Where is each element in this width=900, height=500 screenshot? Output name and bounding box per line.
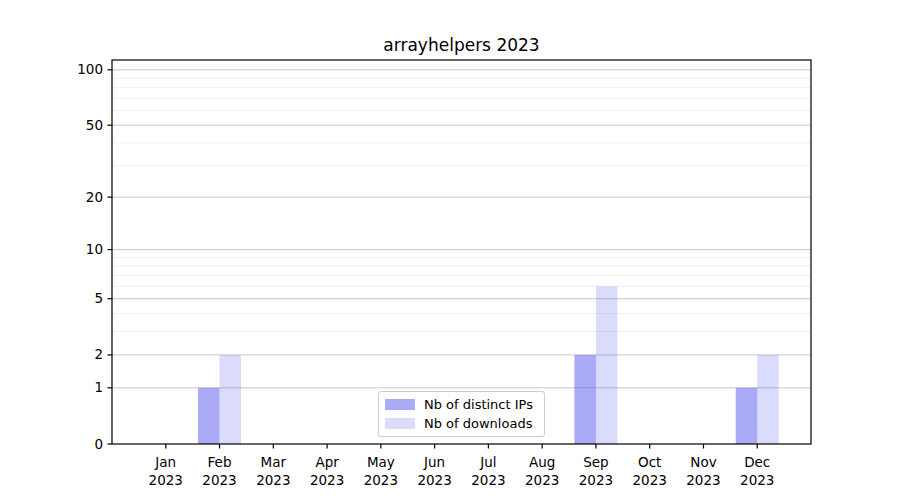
x-axis-tick-label-month: Oct	[638, 454, 661, 470]
x-axis-tick-label-month: Apr	[315, 454, 339, 470]
x-axis-tick-label-year: 2023	[686, 472, 720, 488]
y-axis-tick-label: 100	[77, 61, 103, 77]
y-axis-tick-label: 10	[86, 241, 103, 257]
bar-distinct-ips-dec-2023	[736, 388, 758, 444]
x-axis-tick-label-year: 2023	[417, 472, 451, 488]
bar-distinct-ips-sep-2023	[574, 355, 596, 444]
x-axis-tick-label-month: Dec	[744, 454, 770, 470]
x-axis-tick-label-year: 2023	[149, 472, 183, 488]
x-axis-tick-label-year: 2023	[633, 472, 667, 488]
x-axis-tick-label-year: 2023	[471, 472, 505, 488]
x-axis-tick-label-month: Jan	[154, 454, 176, 470]
chart-figure: 0125102050100Jan2023Feb2023Mar2023Apr202…	[0, 0, 900, 500]
x-axis-tick-label-month: May	[367, 454, 395, 470]
bar-downloads-dec-2023	[757, 355, 779, 444]
y-axis-tick-label: 0	[94, 436, 103, 452]
x-axis-tick-label-month: Feb	[208, 454, 232, 470]
x-axis-tick-label-month: Aug	[529, 454, 555, 470]
bar-downloads-feb-2023	[220, 355, 242, 444]
legend-item-downloads: Nb of downloads	[385, 416, 536, 433]
legend-swatch-distinct-ips	[385, 399, 415, 410]
legend-label-distinct-ips: Nb of distinct IPs	[424, 397, 533, 412]
x-axis-tick-label-year: 2023	[525, 472, 559, 488]
bar-downloads-sep-2023	[596, 286, 618, 444]
y-axis-tick-label: 1	[94, 379, 103, 395]
x-axis-tick-label-month: Jul	[479, 454, 496, 470]
x-axis-tick-label-year: 2023	[256, 472, 290, 488]
plot-border	[112, 60, 811, 444]
legend-label-downloads: Nb of downloads	[424, 416, 532, 431]
x-axis-tick-label-year: 2023	[310, 472, 344, 488]
legend-swatch-downloads	[385, 418, 415, 429]
x-axis-tick-label-year: 2023	[740, 472, 774, 488]
x-axis-tick-label-month: Mar	[261, 454, 287, 470]
x-axis-tick-label-year: 2023	[364, 472, 398, 488]
y-axis-tick-label: 20	[86, 189, 103, 205]
x-axis-tick-label-month: Sep	[583, 454, 608, 470]
y-axis-tick-label: 50	[86, 117, 103, 133]
chart-title: arrayhelpers 2023	[112, 35, 811, 55]
y-axis-tick-label: 5	[94, 290, 103, 306]
x-axis-tick-label-month: Nov	[690, 454, 716, 470]
x-axis-tick-label-year: 2023	[202, 472, 236, 488]
x-axis-tick-label-month: Jun	[423, 454, 445, 470]
legend: Nb of distinct IPs Nb of downloads	[378, 391, 545, 437]
y-axis-tick-label: 2	[94, 346, 103, 362]
bar-distinct-ips-feb-2023	[198, 388, 220, 444]
legend-item-distinct-ips: Nb of distinct IPs	[385, 396, 536, 413]
x-axis-tick-label-year: 2023	[579, 472, 613, 488]
